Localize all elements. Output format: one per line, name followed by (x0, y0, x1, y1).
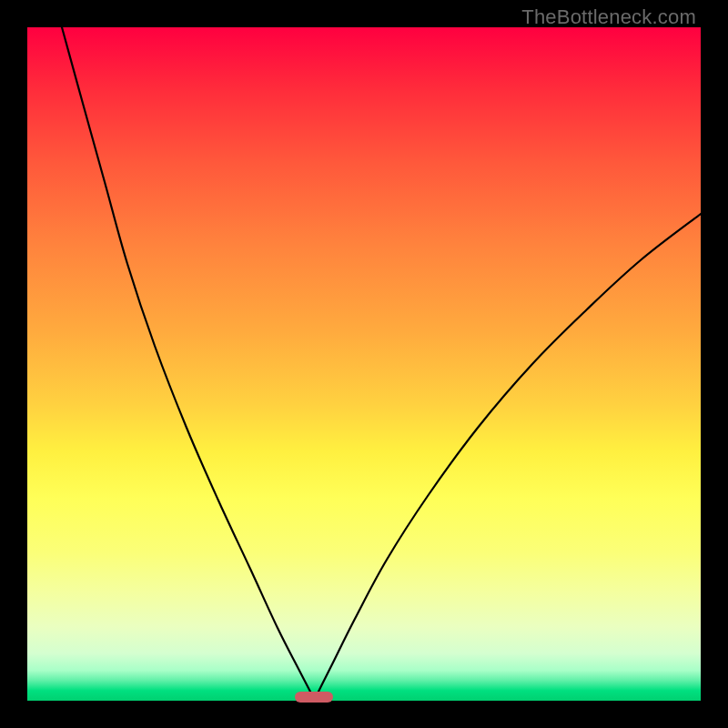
chart-curve-svg (27, 27, 701, 701)
curve-left-branch (62, 27, 315, 701)
curve-right-branch (315, 214, 701, 701)
minimum-marker-pill (295, 692, 333, 703)
watermark-text: TheBottleneck.com (521, 5, 696, 29)
chart-frame (27, 27, 701, 701)
